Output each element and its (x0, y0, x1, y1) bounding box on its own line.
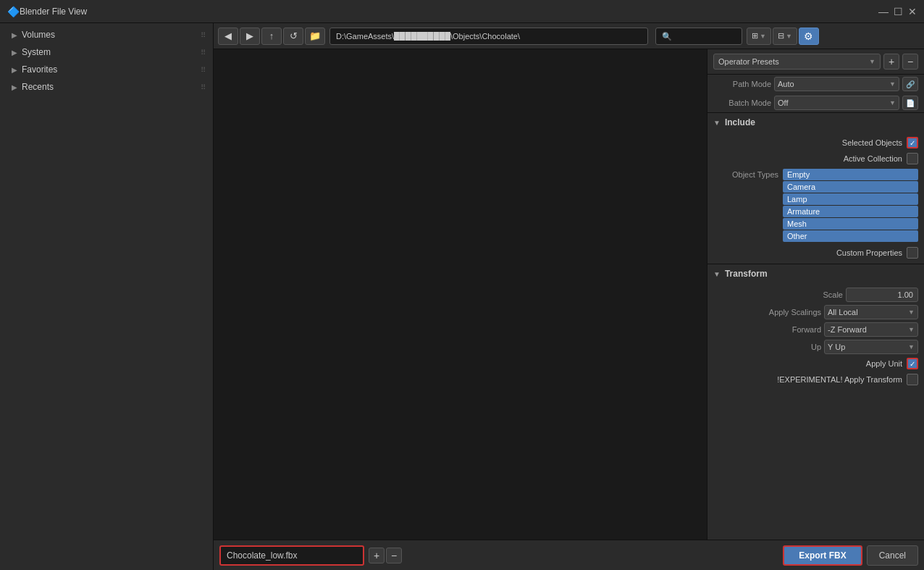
transform-section-header[interactable]: ▼ Transform (707, 264, 924, 283)
sidebar-item-recents-label: Recents (22, 82, 201, 92)
obj-type-other[interactable]: Other (783, 230, 918, 242)
sidebar: ▶ Volumes ⠿ ▶ System ⠿ ▶ Favorites ⠿ ▶ R… (0, 23, 214, 570)
operator-presets-row: Operator Presets ▼ + − (707, 49, 924, 75)
selected-objects-checkbox[interactable]: ✓ (907, 137, 918, 148)
new-folder-button[interactable]: 📁 (305, 28, 325, 45)
sidebar-item-volumes[interactable]: ▶ Volumes ⠿ (0, 26, 213, 43)
link-icon: 🔗 (906, 80, 915, 88)
custom-properties-row: Custom Properties (713, 245, 918, 261)
search-input[interactable] (655, 28, 742, 45)
path-mode-label: Path Mode (713, 80, 771, 88)
chevron-right-icon: ▶ (12, 49, 17, 56)
drag-handle-icon: ⠿ (201, 66, 206, 74)
obj-type-armature[interactable]: Armature (783, 206, 918, 217)
transform-section: Scale 1.00 Apply Scalings All Local ▼ Fo… (707, 283, 924, 390)
plus-button[interactable]: + (369, 548, 385, 563)
chevron-right-icon: ▶ (12, 31, 17, 39)
path-mode-dropdown[interactable]: Auto ▼ (774, 77, 899, 91)
scale-input[interactable]: 1.00 (846, 288, 918, 302)
chevron-right-icon: ▶ (12, 66, 17, 74)
chevron-down-icon: ▼ (869, 58, 875, 65)
forward-row: Forward -Z Forward ▼ (713, 321, 918, 338)
sidebar-item-recents[interactable]: ▶ Recents ⠿ (0, 78, 213, 96)
plus-minus-controls: + − (369, 548, 402, 563)
batch-mode-dropdown[interactable]: Off ▼ (774, 96, 899, 110)
sidebar-item-favorites-label: Favorites (22, 64, 201, 75)
apply-scalings-dropdown[interactable]: All Local ▼ (824, 305, 918, 319)
path-input[interactable] (329, 28, 648, 45)
sidebar-item-system[interactable]: ▶ System ⠿ (0, 43, 213, 61)
obj-type-camera[interactable]: Camera (783, 181, 918, 193)
settings-button[interactable]: ⚙ (799, 28, 819, 45)
apply-scalings-value: All Local (828, 308, 858, 317)
sidebar-item-favorites[interactable]: ▶ Favorites ⠿ (0, 61, 213, 78)
up-label: Up (713, 343, 821, 351)
forward-dropdown[interactable]: -Z Forward ▼ (824, 322, 918, 337)
operator-presets-dropdown[interactable]: Operator Presets ▼ (713, 54, 881, 70)
title-bar: 🔷 Blender File View — ☐ ✕ (0, 0, 924, 23)
right-panel: Operator Presets ▼ + − Path Mode Auto ▼ … (707, 49, 924, 540)
batch-icon: 📄 (906, 99, 915, 107)
include-section-title: Include (725, 117, 755, 127)
maximize-button[interactable]: ☐ (892, 6, 904, 17)
custom-properties-label: Custom Properties (836, 248, 902, 257)
minus-button[interactable]: − (386, 548, 402, 563)
operator-presets-label: Operator Presets (718, 57, 779, 66)
obj-type-empty[interactable]: Empty (783, 169, 918, 180)
refresh-button[interactable]: ↺ (283, 28, 303, 45)
batch-mode-row: Batch Mode Off ▼ 📄 (707, 93, 924, 112)
scale-row: Scale 1.00 (713, 286, 918, 303)
apply-unit-row: Apply Unit ✓ (713, 356, 918, 372)
path-mode-row: Path Mode Auto ▼ 🔗 (707, 75, 924, 93)
sidebar-item-volumes-label: Volumes (22, 30, 201, 40)
chevron-down-icon: ▼ (908, 326, 915, 333)
up-dropdown[interactable]: Y Up ▼ (824, 340, 918, 354)
toolbar: ◀ ▶ ↑ ↺ 📁 ⊞ ▼ ⊟ ▼ ⚙ (214, 23, 924, 49)
active-collection-checkbox[interactable] (907, 153, 918, 164)
custom-properties-checkbox[interactable] (907, 247, 918, 259)
chevron-down-icon: ▼ (889, 80, 896, 88)
transform-section-title: Transform (725, 269, 768, 279)
obj-type-lamp[interactable]: Lamp (783, 193, 918, 205)
up-row: Up Y Up ▼ (713, 338, 918, 356)
up-button[interactable]: ↑ (261, 28, 282, 45)
blender-logo-icon: 🔷 (7, 6, 20, 17)
chevron-right-icon: ▶ (12, 83, 17, 91)
cancel-button[interactable]: Cancel (867, 545, 918, 566)
window-controls: — ☐ ✕ (878, 6, 918, 17)
section-arrow-icon: ▼ (713, 270, 721, 278)
object-types-row: Object Types Empty Camera Lamp Armature … (713, 167, 918, 245)
apply-transform-row: !EXPERIMENTAL! Apply Transform (713, 372, 918, 387)
minimize-button[interactable]: — (878, 6, 889, 17)
object-types-label: Object Types (713, 169, 778, 179)
close-button[interactable]: ✕ (907, 6, 918, 17)
apply-transform-checkbox[interactable] (907, 374, 918, 385)
main-layout: ▶ Volumes ⠿ ▶ System ⠿ ▶ Favorites ⠿ ▶ R… (0, 23, 924, 570)
path-mode-icon-button[interactable]: 🔗 (902, 77, 918, 91)
forward-button[interactable]: ▶ (240, 28, 260, 45)
batch-mode-icon-button[interactable]: 📄 (902, 96, 918, 110)
path-mode-value: Auto (778, 80, 794, 88)
apply-scalings-label: Apply Scalings (713, 308, 821, 317)
chevron-down-icon: ▼ (760, 33, 766, 40)
filename-input[interactable] (219, 545, 364, 566)
batch-mode-value: Off (778, 99, 788, 107)
grid-icon: ⊞ (752, 31, 758, 41)
active-collection-label: Active Collection (844, 154, 902, 163)
obj-type-mesh[interactable]: Mesh (783, 218, 918, 230)
preset-add-button[interactable]: + (883, 54, 899, 70)
apply-unit-checkbox[interactable]: ✓ (907, 358, 918, 369)
drag-handle-icon: ⠿ (201, 49, 206, 56)
forward-value: -Z Forward (828, 325, 867, 334)
filter-button[interactable]: ⊟ ▼ (773, 28, 797, 45)
include-section: Selected Objects ✓ Active Collection Obj… (707, 132, 924, 264)
scale-label: Scale (713, 290, 843, 299)
apply-transform-label: !EXPERIMENTAL! Apply Transform (777, 375, 902, 384)
chevron-down-icon: ▼ (786, 33, 792, 40)
back-button[interactable]: ◀ (218, 28, 238, 45)
view-grid-button[interactable]: ⊞ ▼ (747, 28, 771, 45)
batch-mode-label: Batch Mode (713, 99, 771, 107)
preset-remove-button[interactable]: − (902, 54, 918, 70)
export-fbx-button[interactable]: Export FBX (783, 545, 862, 566)
include-section-header[interactable]: ▼ Include (707, 112, 924, 132)
